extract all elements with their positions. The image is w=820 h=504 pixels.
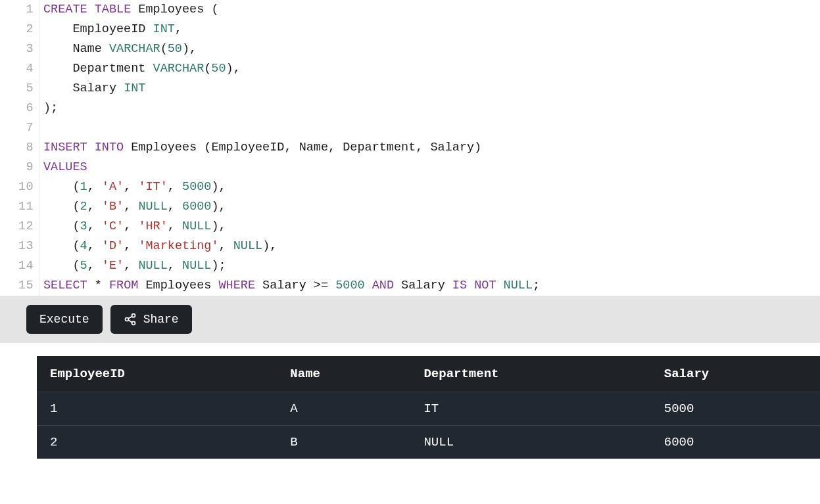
share-button-label: Share [143, 313, 179, 326]
code-content[interactable]: CREATE TABLE Employees ( EmployeeID INT,… [39, 0, 820, 296]
toolbar: Execute Share [0, 296, 820, 343]
line-number: 4 [0, 59, 34, 79]
code-line[interactable]: SELECT * FROM Employees WHERE Salary >= … [43, 276, 820, 296]
code-line[interactable] [43, 118, 820, 138]
table-cell: IT [410, 392, 650, 426]
line-number: 13 [0, 237, 34, 256]
line-number: 10 [0, 177, 34, 197]
code-line[interactable]: (3, 'C', 'HR', NULL), [43, 217, 820, 237]
results-panel: EmployeeIDNameDepartmentSalary 1AIT50002… [0, 343, 820, 459]
line-number: 2 [0, 20, 34, 39]
code-line[interactable]: INSERT INTO Employees (EmployeeID, Name,… [43, 138, 820, 158]
code-line[interactable]: Name VARCHAR(50), [43, 39, 820, 59]
code-line[interactable]: (2, 'B', NULL, 6000), [43, 197, 820, 217]
execute-button[interactable]: Execute [26, 305, 103, 334]
table-cell: B [277, 426, 410, 459]
line-number: 14 [0, 256, 34, 276]
column-header: Salary [651, 356, 820, 392]
line-number: 15 [0, 276, 34, 296]
code-line[interactable]: EmployeeID INT, [43, 20, 820, 39]
table-cell: 6000 [651, 426, 820, 459]
results-table: EmployeeIDNameDepartmentSalary 1AIT50002… [37, 356, 820, 459]
table-row: 1AIT5000 [37, 392, 820, 426]
column-header: Name [277, 356, 410, 392]
table-cell: 1 [37, 392, 277, 426]
column-header: Department [410, 356, 650, 392]
code-line[interactable]: (4, 'D', 'Marketing', NULL), [43, 237, 820, 256]
table-body: 1AIT50002BNULL6000 [37, 392, 820, 459]
line-number: 3 [0, 39, 34, 59]
code-line[interactable]: Salary INT [43, 79, 820, 99]
code-line[interactable]: (5, 'E', NULL, NULL); [43, 256, 820, 276]
line-number-gutter: 123456789101112131415 [0, 0, 39, 296]
table-row: 2BNULL6000 [37, 426, 820, 459]
line-number: 6 [0, 99, 34, 118]
line-number: 9 [0, 158, 34, 177]
code-line[interactable]: ); [43, 99, 820, 118]
line-number: 11 [0, 197, 34, 217]
line-number: 5 [0, 79, 34, 99]
code-editor[interactable]: 123456789101112131415 CREATE TABLE Emplo… [0, 0, 820, 296]
line-number: 1 [0, 0, 34, 20]
line-number: 8 [0, 138, 34, 158]
table-cell: A [277, 392, 410, 426]
table-cell: NULL [410, 426, 650, 459]
execute-button-label: Execute [39, 313, 89, 326]
column-header: EmployeeID [37, 356, 277, 392]
line-number: 7 [0, 118, 34, 138]
table-header-row: EmployeeIDNameDepartmentSalary [37, 356, 820, 392]
line-number: 12 [0, 217, 34, 237]
table-cell: 2 [37, 426, 277, 459]
table-cell: 5000 [651, 392, 820, 426]
share-icon [124, 313, 137, 326]
share-button[interactable]: Share [110, 305, 192, 334]
svg-line-3 [128, 320, 132, 322]
code-line[interactable]: Department VARCHAR(50), [43, 59, 820, 79]
code-line[interactable]: VALUES [43, 158, 820, 177]
code-line[interactable]: (1, 'A', 'IT', 5000), [43, 177, 820, 197]
svg-line-4 [128, 316, 132, 318]
code-line[interactable]: CREATE TABLE Employees ( [43, 0, 820, 20]
